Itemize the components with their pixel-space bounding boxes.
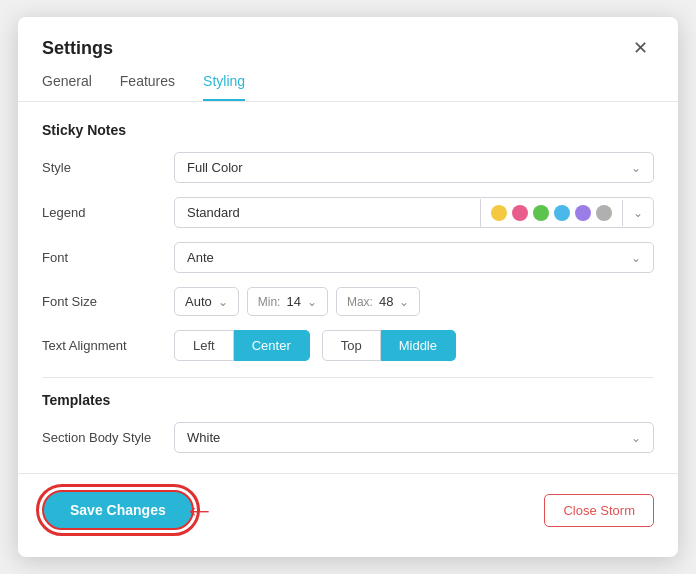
font-value: Ante bbox=[187, 250, 214, 265]
font-row: Font Ante ⌄ bbox=[42, 242, 654, 273]
style-row: Style Full Color ⌄ bbox=[42, 152, 654, 183]
legend-dots bbox=[480, 199, 622, 227]
font-size-auto-chevron-icon: ⌄ bbox=[218, 295, 228, 309]
style-select[interactable]: Full Color ⌄ bbox=[174, 152, 654, 183]
dot-pink bbox=[512, 205, 528, 221]
dialog-body: Sticky Notes Style Full Color ⌄ Legend S… bbox=[18, 102, 678, 453]
align-center-button[interactable]: Center bbox=[234, 330, 310, 361]
section-body-style-control: White ⌄ bbox=[174, 422, 654, 453]
font-size-max-label: Max: bbox=[347, 295, 373, 309]
alignment-pairs: Left Center Top Middle bbox=[174, 330, 654, 361]
font-chevron-icon: ⌄ bbox=[631, 251, 641, 265]
section-body-style-select[interactable]: White ⌄ bbox=[174, 422, 654, 453]
align-top-button[interactable]: Top bbox=[322, 330, 381, 361]
dot-blue bbox=[554, 205, 570, 221]
style-chevron-icon: ⌄ bbox=[631, 161, 641, 175]
dialog-footer: Save Changes ← Close Storm bbox=[18, 473, 678, 546]
font-size-max-chevron-icon: ⌄ bbox=[399, 295, 409, 309]
font-size-min-chevron-icon: ⌄ bbox=[307, 295, 317, 309]
section-body-style-chevron-icon: ⌄ bbox=[631, 431, 641, 445]
legend-label: Legend bbox=[42, 205, 162, 220]
style-control: Full Color ⌄ bbox=[174, 152, 654, 183]
align-left-button[interactable]: Left bbox=[174, 330, 234, 361]
font-size-auto-select[interactable]: Auto ⌄ bbox=[174, 287, 239, 316]
text-alignment-row: Text Alignment Left Center Top Middle bbox=[42, 330, 654, 361]
section-divider bbox=[42, 377, 654, 378]
font-size-label: Font Size bbox=[42, 294, 162, 309]
legend-select[interactable]: Standard ⌄ bbox=[174, 197, 654, 228]
font-label: Font bbox=[42, 250, 162, 265]
tab-styling[interactable]: Styling bbox=[203, 73, 245, 101]
dialog-close-button[interactable]: ✕ bbox=[627, 35, 654, 61]
font-size-control: Auto ⌄ Min: 14 ⌄ Max: 48 ⌄ bbox=[174, 287, 654, 316]
font-size-controls: Auto ⌄ Min: 14 ⌄ Max: 48 ⌄ bbox=[174, 287, 654, 316]
font-size-min-value: 14 bbox=[286, 294, 300, 309]
tab-features[interactable]: Features bbox=[120, 73, 175, 101]
font-size-min-select[interactable]: Min: 14 ⌄ bbox=[247, 287, 328, 316]
font-size-max-select[interactable]: Max: 48 ⌄ bbox=[336, 287, 420, 316]
horizontal-alignment-group: Left Center bbox=[174, 330, 310, 361]
close-storm-button[interactable]: Close Storm bbox=[544, 494, 654, 527]
vertical-alignment-group: Top Middle bbox=[322, 330, 456, 361]
font-size-row: Font Size Auto ⌄ Min: 14 ⌄ Max: 48 bbox=[42, 287, 654, 316]
font-size-min-label: Min: bbox=[258, 295, 281, 309]
legend-value: Standard bbox=[175, 198, 480, 227]
font-size-max-value: 48 bbox=[379, 294, 393, 309]
templates-section-title: Templates bbox=[42, 392, 654, 408]
style-value: Full Color bbox=[187, 160, 243, 175]
tab-general[interactable]: General bbox=[42, 73, 92, 101]
save-changes-button[interactable]: Save Changes bbox=[42, 490, 194, 530]
legend-control: Standard ⌄ bbox=[174, 197, 654, 228]
dot-gray bbox=[596, 205, 612, 221]
style-label: Style bbox=[42, 160, 162, 175]
section-body-style-row: Section Body Style White ⌄ bbox=[42, 422, 654, 453]
dialog-title: Settings bbox=[42, 38, 113, 59]
section-body-style-label: Section Body Style bbox=[42, 430, 162, 445]
text-alignment-label: Text Alignment bbox=[42, 338, 162, 353]
font-size-auto-value: Auto bbox=[185, 294, 212, 309]
font-select[interactable]: Ante ⌄ bbox=[174, 242, 654, 273]
section-body-style-value: White bbox=[187, 430, 220, 445]
tab-bar: General Features Styling bbox=[18, 61, 678, 102]
dot-purple bbox=[575, 205, 591, 221]
align-middle-button[interactable]: Middle bbox=[381, 330, 456, 361]
legend-row: Legend Standard ⌄ bbox=[42, 197, 654, 228]
dot-green bbox=[533, 205, 549, 221]
legend-chevron-icon[interactable]: ⌄ bbox=[622, 200, 653, 226]
sticky-notes-section-title: Sticky Notes bbox=[42, 122, 654, 138]
text-alignment-control: Left Center Top Middle bbox=[174, 330, 654, 361]
settings-dialog: Settings ✕ General Features Styling Stic… bbox=[18, 17, 678, 557]
dot-yellow bbox=[491, 205, 507, 221]
font-control: Ante ⌄ bbox=[174, 242, 654, 273]
dialog-header: Settings ✕ bbox=[18, 17, 678, 61]
